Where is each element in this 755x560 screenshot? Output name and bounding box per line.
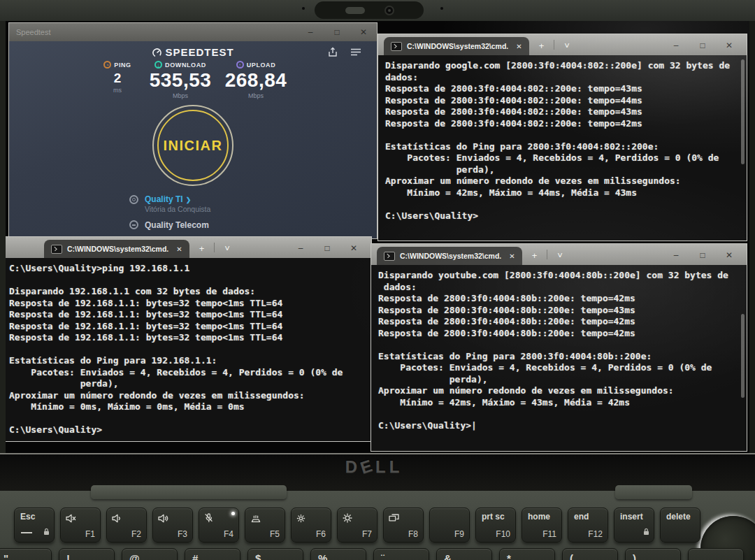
key-delete[interactable]: delete bbox=[660, 508, 700, 543]
speaker-low-icon bbox=[112, 513, 122, 526]
tab-close-icon[interactable]: ✕ bbox=[516, 43, 522, 50]
download-icon: ↓ bbox=[154, 61, 162, 69]
key-f1[interactable]: F1 bbox=[60, 508, 101, 543]
key-f3[interactable]: F3 bbox=[152, 508, 193, 543]
display-switch-icon bbox=[389, 513, 399, 526]
speedtest-gauge-icon bbox=[152, 48, 162, 58]
lock-icon bbox=[43, 526, 50, 538]
number-key-row: "!@#$%¨&*()_ bbox=[0, 548, 744, 560]
key-symbol[interactable]: ! bbox=[59, 548, 115, 560]
key-symbol[interactable]: $ bbox=[247, 548, 303, 560]
brightness-down-icon bbox=[296, 513, 305, 526]
key-symbol[interactable]: @ bbox=[122, 548, 178, 560]
divider bbox=[214, 243, 215, 252]
server-circle-icon bbox=[129, 220, 138, 229]
minimize-button[interactable]: – bbox=[297, 27, 324, 37]
brightness-up-icon bbox=[343, 513, 352, 526]
key-symbol[interactable]: & bbox=[436, 548, 492, 560]
chevron-right-icon: ❯ bbox=[186, 196, 192, 203]
divider bbox=[554, 40, 554, 50]
scrollbar[interactable] bbox=[741, 59, 745, 164]
scrollbar[interactable] bbox=[741, 314, 745, 398]
terminal-titlebar[interactable]: C:\WINDOWS\system32\cmd. ✕ + ˅ – □ ✕ bbox=[378, 34, 747, 55]
minimize-button[interactable]: – bbox=[287, 243, 314, 253]
maximize-button[interactable]: □ bbox=[689, 41, 716, 50]
cmd-icon bbox=[384, 252, 395, 261]
close-button[interactable]: ✕ bbox=[340, 243, 367, 253]
minimize-button[interactable]: – bbox=[663, 41, 689, 50]
keyboard-backlight-icon bbox=[250, 513, 261, 526]
tab-dropdown-button[interactable]: ˅ bbox=[224, 243, 230, 254]
tab-title: C:\WINDOWS\system32\cmd. bbox=[407, 42, 508, 50]
tab-title: C:\WINDOWS\system32\cmd. bbox=[67, 245, 168, 253]
key-symbol[interactable]: % bbox=[310, 548, 366, 560]
key-f9[interactable]: F9 bbox=[429, 508, 470, 543]
close-button[interactable]: ✕ bbox=[350, 27, 377, 37]
provider-row[interactable]: Quality TI❯ Vitória da Conquista bbox=[129, 194, 210, 213]
new-tab-button[interactable]: + bbox=[199, 243, 205, 254]
download-metric: ↓DOWNLOAD 535,53 Mbps bbox=[146, 61, 215, 99]
ping-icon: ◔ bbox=[103, 61, 111, 69]
laptop-right-bezel bbox=[749, 21, 755, 453]
key-f2[interactable]: F2 bbox=[106, 508, 147, 543]
upload-icon: ↑ bbox=[236, 61, 244, 69]
dell-logo: DELL bbox=[336, 457, 412, 477]
terminal-tab[interactable]: C:\WINDOWS\system32\cmd. ✕ bbox=[377, 247, 522, 265]
speedtest-window: Speedtest – □ ✕ SPEEDTEST bbox=[8, 22, 378, 239]
terminal-window-google: C:\WINDOWS\system32\cmd. ✕ + ˅ – □ ✕ Dis… bbox=[378, 34, 747, 241]
terminal-window-youtube: C:\WINDOWS\system32\cmd. ✕ + ˅ – □ ✕ Dis… bbox=[371, 243, 747, 452]
key-f4[interactable]: F4 bbox=[199, 508, 239, 543]
terminal-titlebar[interactable]: C:\WINDOWS\system32\cmd. ✕ + ˅ – □ ✕ bbox=[6, 237, 371, 258]
speedtest-metrics: ◔PING 2 ms ↓DOWNLOAD 535,53 Mbps ↑UPLOAD… bbox=[9, 61, 377, 99]
server-row[interactable]: Quality Telecom bbox=[129, 220, 210, 230]
tab-close-icon[interactable]: ✕ bbox=[176, 245, 182, 253]
provider-target-icon bbox=[129, 195, 138, 204]
tab-close-icon[interactable]: ✕ bbox=[509, 252, 515, 260]
key-symbol[interactable]: " bbox=[0, 548, 52, 560]
new-tab-button[interactable]: + bbox=[539, 41, 545, 51]
close-button[interactable]: ✕ bbox=[716, 250, 742, 260]
key-f11[interactable]: homeF11 bbox=[522, 508, 562, 543]
tab-dropdown-button[interactable]: ˅ bbox=[557, 250, 563, 261]
key-symbol[interactable]: * bbox=[499, 548, 555, 560]
share-results-icon[interactable] bbox=[328, 47, 338, 57]
key-f8[interactable]: F8 bbox=[383, 508, 424, 543]
key-f5[interactable]: F5 bbox=[245, 508, 285, 543]
key-symbol[interactable]: ¨ bbox=[373, 548, 429, 560]
results-list-icon[interactable] bbox=[350, 48, 361, 57]
terminal-titlebar[interactable]: C:\WINDOWS\system32\cmd. ✕ + ˅ – □ ✕ bbox=[371, 244, 747, 265]
laptop-screen: Speedtest – □ ✕ SPEEDTEST bbox=[6, 21, 749, 453]
laptop-top-bezel bbox=[0, 0, 755, 22]
key-symbol[interactable]: _ bbox=[688, 548, 744, 560]
key-symbol[interactable]: ) bbox=[625, 548, 681, 560]
maximize-button[interactable]: □ bbox=[324, 27, 350, 37]
microphone-hole bbox=[440, 7, 443, 10]
speedtest-titlebar[interactable]: Speedtest – □ ✕ bbox=[9, 23, 377, 41]
key-f10[interactable]: prt scF10 bbox=[475, 508, 516, 543]
speaker-mute-icon bbox=[66, 513, 76, 526]
maximize-button[interactable]: □ bbox=[314, 243, 340, 253]
maximize-button[interactable]: □ bbox=[689, 250, 716, 260]
terminal-tab[interactable]: C:\WINDOWS\system32\cmd. ✕ bbox=[44, 240, 189, 258]
terminal-tab[interactable]: C:\WINDOWS\system32\cmd. ✕ bbox=[384, 37, 529, 55]
key-esc[interactable]: Esc bbox=[14, 508, 55, 543]
terminal-window-local: C:\WINDOWS\system32\cmd. ✕ + ˅ – □ ✕ C:\… bbox=[6, 236, 372, 442]
cmd-icon bbox=[391, 42, 402, 51]
close-button[interactable]: ✕ bbox=[716, 41, 742, 50]
ping-value: 2 bbox=[96, 71, 139, 86]
key-symbol[interactable]: ( bbox=[562, 548, 618, 560]
key-symbol[interactable]: # bbox=[185, 548, 240, 560]
key-f7[interactable]: F7 bbox=[337, 508, 378, 543]
start-test-button[interactable]: INICIAR bbox=[152, 105, 233, 186]
microphone-hole bbox=[302, 7, 305, 10]
key-f12[interactable]: endF12 bbox=[568, 508, 608, 543]
upload-value: 268,84 bbox=[222, 69, 290, 92]
minimize-button[interactable]: – bbox=[663, 250, 689, 260]
key-f6[interactable]: F6 bbox=[291, 508, 331, 543]
terminal-output: Disparando google.com [2800:3f0:4004:802… bbox=[378, 55, 747, 222]
key-insert[interactable]: insert bbox=[614, 508, 654, 543]
tab-dropdown-button[interactable]: ˅ bbox=[564, 41, 570, 51]
webcam-module bbox=[315, 1, 424, 19]
new-tab-button[interactable]: + bbox=[532, 250, 538, 261]
terminal-output: C:\Users\Quality>ping 192.168.1.1 Dispar… bbox=[6, 258, 371, 436]
